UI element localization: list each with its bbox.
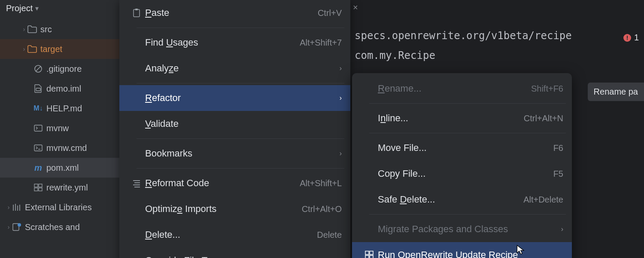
- tree-item-mvnw[interactable]: mvnw: [0, 118, 119, 138]
- context-menu-separator: [137, 83, 344, 83]
- svg-rect-6: [39, 184, 42, 187]
- tree-label: mvnw.cmd: [46, 143, 87, 153]
- folder-icon: [27, 25, 37, 34]
- chevron-right-icon: ›: [561, 225, 563, 233]
- project-tree: › src › target .gitignore demo.iml M↓ HE…: [0, 17, 119, 237]
- context-menu-separator: [137, 28, 344, 28]
- svg-rect-14: [134, 9, 140, 17]
- context-menu-item-override-file-type[interactable]: Override File Type: [119, 248, 350, 258]
- context-menu-item-refactor[interactable]: Refactor›: [119, 85, 350, 111]
- menu-item-label: Reformat Code: [145, 178, 300, 189]
- context-menu-item-paste[interactable]: PasteCtrl+V: [119, 0, 350, 26]
- tree-item-src[interactable]: › src: [0, 19, 119, 39]
- context-menu-item-optimize-imports[interactable]: Optimize ImportsCtrl+Alt+O: [119, 196, 350, 222]
- menu-shortcut: F5: [553, 169, 563, 179]
- refactor-menu-item-safe-delete[interactable]: Safe Delete...Alt+Delete: [352, 187, 572, 212]
- tree-label: target: [40, 44, 62, 54]
- chevron-right-icon: ›: [340, 150, 342, 157]
- tree-item-help-md[interactable]: M↓ HELP.md: [0, 98, 119, 118]
- refactor-menu-separator: [369, 214, 566, 215]
- tree-item-pom-xml[interactable]: m pom.xml: [0, 158, 119, 178]
- svg-rect-20: [365, 251, 369, 255]
- tree-label: demo.iml: [46, 84, 81, 94]
- context-menu-item-reformat-code[interactable]: Reformat CodeAlt+Shift+L: [119, 170, 350, 196]
- editor-line[interactable]: com.my.Recipe: [350, 46, 644, 65]
- project-sidebar: Project ▾ › src › target .gitignore demo…: [0, 0, 119, 258]
- context-menu-item-delete[interactable]: Delete...Delete: [119, 222, 350, 248]
- project-tool-header[interactable]: Project ▾: [0, 0, 119, 17]
- error-count: 1: [634, 33, 639, 43]
- tree-item-external-libraries[interactable]: › External Libraries: [0, 197, 119, 217]
- tree-item-scratches[interactable]: › Scratches and: [0, 217, 119, 237]
- tree-label: .gitignore: [46, 64, 82, 74]
- context-menu-item-find-usages[interactable]: Find UsagesAlt+Shift+7: [119, 30, 350, 55]
- menu-item-label: Bookmarks: [145, 148, 335, 159]
- menu-item-label: Override File Type: [145, 255, 342, 258]
- reformat-icon: [128, 178, 145, 188]
- menu-item-label: Safe Delete...: [378, 194, 523, 205]
- chevron-right-icon: ›: [21, 26, 27, 33]
- menu-item-label: Paste: [145, 7, 318, 18]
- menu-item-label: Migrate Packages and Classes: [378, 224, 557, 235]
- menu-item-label: Inline...: [378, 113, 524, 124]
- editor-line[interactable]: specs.openrewrite.org/v1beta/recipe: [350, 26, 644, 46]
- tree-label: Scratches and: [25, 222, 80, 232]
- svg-rect-15: [135, 9, 138, 10]
- menu-shortcut: F6: [553, 143, 563, 153]
- rewrite-icon: [33, 183, 43, 192]
- tree-item-gitignore[interactable]: .gitignore: [0, 59, 119, 79]
- context-menu-separator: [137, 168, 344, 169]
- menu-item-label: Optimize Imports: [145, 203, 302, 215]
- project-header-label: Project: [6, 3, 33, 13]
- tree-label: External Libraries: [25, 203, 92, 212]
- tree-item-target[interactable]: › target: [0, 39, 119, 59]
- context-menu: PasteCtrl+VFind UsagesAlt+Shift+7Analyze…: [119, 0, 350, 258]
- editor-tabs: ×: [350, 0, 644, 26]
- menu-shortcut: Ctrl+Alt+O: [302, 204, 342, 214]
- svg-rect-12: [627, 36, 628, 39]
- markdown-icon: M↓: [33, 104, 43, 113]
- mouse-cursor-icon: [516, 244, 526, 255]
- menu-item-label: Run OpenRewrite Update Recipe: [378, 249, 563, 258]
- tree-item-demo-iml[interactable]: demo.iml: [0, 79, 119, 98]
- svg-rect-5: [34, 184, 38, 187]
- tree-label: rewrite.yml: [46, 183, 88, 193]
- menu-shortcut: Alt+Shift+L: [300, 178, 342, 188]
- chevron-right-icon: ›: [5, 224, 12, 230]
- svg-rect-4: [34, 145, 42, 151]
- refactor-menu-item-run-openrewrite-update-recipe[interactable]: Run OpenRewrite Update Recipe: [352, 242, 572, 258]
- menu-item-label: Rename...: [378, 83, 531, 94]
- folder-icon: [27, 44, 37, 54]
- file-icon: [33, 84, 43, 93]
- context-menu-item-analyze[interactable]: Analyze›: [119, 55, 350, 81]
- menu-shortcut: Shift+F6: [531, 84, 563, 94]
- refactor-submenu: Rename...Shift+F6Inline...Ctrl+Alt+NMove…: [352, 73, 572, 258]
- refactor-menu-item-copy-file[interactable]: Copy File...F5: [352, 161, 572, 187]
- menu-item-label: Analyze: [145, 63, 335, 74]
- maven-icon: m: [33, 163, 43, 172]
- refactor-menu-item-rename: Rename...Shift+F6: [352, 76, 572, 101]
- context-menu-item-bookmarks[interactable]: Bookmarks›: [119, 141, 350, 166]
- chevron-right-icon: ›: [340, 64, 342, 72]
- menu-item-label: Move File...: [378, 142, 553, 154]
- svg-rect-3: [34, 125, 42, 131]
- error-indicator[interactable]: 1: [623, 33, 639, 43]
- refactor-menu-item-move-file[interactable]: Move File...F6: [352, 135, 572, 161]
- tree-item-mvnw-cmd[interactable]: mvnw.cmd: [0, 138, 119, 158]
- svg-rect-22: [365, 255, 369, 258]
- menu-item-label: Delete...: [145, 229, 317, 240]
- menu-item-label: Refactor: [145, 92, 335, 104]
- refactor-menu-separator: [369, 103, 566, 104]
- context-menu-item-validate[interactable]: Validate: [119, 111, 350, 137]
- close-icon[interactable]: ×: [353, 3, 358, 12]
- menu-shortcut: Alt+Delete: [523, 195, 563, 205]
- menu-shortcut: Delete: [317, 230, 342, 240]
- menu-item-label: Validate: [145, 118, 342, 129]
- tooltip: Rename pa: [588, 83, 644, 101]
- svg-rect-2: [36, 88, 40, 91]
- refactor-menu-item-inline[interactable]: Inline...Ctrl+Alt+N: [352, 105, 572, 131]
- tree-item-rewrite-yml[interactable]: rewrite.yml: [0, 178, 119, 197]
- chevron-right-icon: ›: [340, 94, 342, 102]
- chevron-down-icon: ▾: [35, 4, 39, 12]
- paste-icon: [128, 8, 145, 18]
